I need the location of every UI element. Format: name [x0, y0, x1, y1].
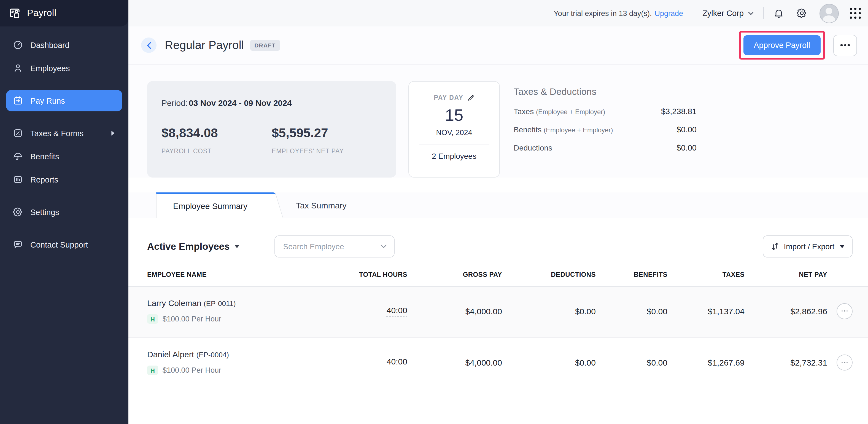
tab-employee-summary[interactable]: Employee Summary — [156, 192, 272, 218]
total-hours-editable[interactable]: 40:00 — [386, 305, 407, 317]
payroll-logo-icon — [8, 7, 22, 20]
payroll-app: Payroll Dashboard Employees — [0, 0, 868, 424]
chevron-down-icon — [380, 244, 387, 249]
benefits-icon — [13, 151, 23, 161]
ellipsis-icon — [841, 310, 843, 312]
caret-down-icon — [235, 245, 239, 248]
employee-filter-dropdown[interactable]: Active Employees — [147, 241, 239, 252]
net-pay-value: $2,732.31 — [745, 358, 827, 367]
org-name: Zylker Corp — [703, 9, 744, 18]
apps-grid-icon[interactable] — [849, 8, 861, 19]
approve-payroll-button[interactable]: Approve Payroll — [743, 35, 820, 55]
pay-period-value: 03 Nov 2024 - 09 Nov 2024 — [189, 98, 292, 108]
sidebar-item-label: Dashboard — [30, 40, 69, 49]
sidebar-item-dashboard[interactable]: Dashboard — [6, 34, 122, 56]
table-row: Larry Coleman (EP-0011) H $100.00 Per Ho… — [128, 287, 868, 338]
settings-gear-icon[interactable] — [796, 8, 807, 19]
pay-runs-icon — [13, 95, 23, 106]
sidebar-item-label: Employees — [30, 64, 70, 72]
net-pay-label: EMPLOYEES' NET PAY — [272, 148, 382, 154]
deductions-value: $0.00 — [677, 143, 696, 152]
trial-expiry-text: Your trial expires in 13 day(s).Upgrade — [554, 9, 683, 18]
topbar: Your trial expires in 13 day(s).Upgrade … — [128, 0, 868, 27]
payroll-cost-label: PAYROLL COST — [161, 148, 272, 154]
taxes-deductions-title: Taxes & Deductions — [514, 87, 696, 98]
app-logo: Payroll — [0, 0, 128, 27]
import-export-button[interactable]: Import / Export — [763, 236, 852, 258]
taxes-forms-icon — [13, 128, 23, 139]
sidebar-item-label: Contact Support — [30, 240, 88, 249]
employee-name-link[interactable]: Daniel Alpert (EP-0004) — [147, 350, 229, 359]
gross-pay-value: $4,000.00 — [407, 306, 502, 316]
deductions-value: $0.00 — [502, 358, 596, 367]
sidebar-item-label: Reports — [30, 175, 58, 184]
status-badge: DRAFT — [250, 40, 280, 51]
sidebar-item-settings[interactable]: Settings — [6, 201, 122, 223]
benefits-value: $0.00 — [596, 306, 668, 316]
upgrade-link[interactable]: Upgrade — [655, 9, 683, 18]
col-employee-name: EMPLOYEE NAME — [147, 271, 324, 278]
net-pay-value: $2,862.96 — [745, 306, 827, 316]
sidebar-item-contact-support[interactable]: Contact Support — [6, 234, 122, 255]
col-deductions: DEDUCTIONS — [502, 271, 596, 278]
sidebar-item-taxes-forms[interactable]: Taxes & Forms — [6, 122, 122, 144]
hourly-badge: H — [147, 366, 158, 375]
settings-icon — [13, 207, 23, 217]
sidebar-item-label: Taxes & Forms — [30, 129, 84, 138]
org-switcher[interactable]: Zylker Corp — [703, 9, 754, 18]
employee-search-select[interactable] — [275, 236, 395, 258]
period-card: Period:03 Nov 2024 - 09 Nov 2024 $8,834.… — [147, 81, 396, 178]
sidebar-item-pay-runs[interactable]: Pay Runs — [6, 90, 122, 111]
divider — [419, 144, 489, 145]
annotation-highlight-box: Approve Payroll — [739, 31, 825, 60]
user-avatar[interactable] — [819, 4, 838, 23]
sidebar-item-employees[interactable]: Employees — [6, 57, 122, 79]
dashboard-icon — [13, 40, 23, 50]
employee-id: (EP-0004) — [196, 351, 229, 359]
topbar-divider — [763, 7, 764, 19]
notifications-bell-icon[interactable] — [773, 8, 784, 19]
net-pay-stat: $5,595.27 EMPLOYEES' NET PAY — [272, 126, 382, 154]
total-hours-editable[interactable]: 40:00 — [386, 357, 407, 368]
pay-period: Period:03 Nov 2024 - 09 Nov 2024 — [161, 98, 382, 108]
row-actions-button[interactable] — [837, 354, 852, 370]
benefits-value: $0.00 — [596, 358, 668, 367]
search-employee-input[interactable] — [282, 242, 367, 251]
taxes-row: Taxes (Employee + Employer) $3,238.81 — [514, 107, 696, 116]
col-gross-pay: GROSS PAY — [407, 271, 502, 278]
page-title: Regular Payroll — [165, 39, 244, 52]
more-options-button[interactable] — [833, 34, 857, 56]
caret-down-icon — [840, 245, 844, 248]
import-export-label: Import / Export — [784, 242, 834, 251]
col-benefits: BENEFITS — [596, 271, 668, 278]
col-taxes: TAXES — [668, 271, 745, 278]
pay-rate: $100.00 Per Hour — [162, 315, 221, 323]
chevron-left-icon — [146, 42, 151, 49]
more-options-icon — [841, 44, 843, 46]
chevron-down-icon — [748, 11, 754, 15]
sidebar-item-reports[interactable]: Reports — [6, 169, 122, 190]
deductions-value: $0.00 — [502, 306, 596, 316]
table-header: EMPLOYEE NAME TOTAL HOURS GROSS PAY DEDU… — [128, 258, 868, 287]
employee-id: (EP-0011) — [204, 299, 236, 308]
gross-pay-value: $4,000.00 — [407, 358, 502, 367]
sidebar: Payroll Dashboard Employees — [0, 0, 128, 424]
sidebar-item-benefits[interactable]: Benefits — [6, 146, 122, 167]
col-total-hours: TOTAL HOURS — [324, 271, 407, 278]
col-net-pay: NET PAY — [745, 271, 827, 278]
tab-tax-summary[interactable]: Tax Summary — [272, 193, 363, 218]
benefits-value: $0.00 — [677, 125, 696, 134]
submenu-chevron-icon — [111, 130, 116, 136]
employees-icon — [13, 63, 23, 73]
employees-count: 2 Employees — [409, 152, 499, 160]
employee-name-link[interactable]: Larry Coleman (EP-0011) — [147, 298, 236, 308]
sidebar-nav: Dashboard Employees Pa — [0, 27, 128, 255]
import-export-icon — [771, 242, 779, 251]
edit-pencil-icon[interactable] — [467, 94, 474, 101]
main-area: Your trial expires in 13 day(s).Upgrade … — [128, 0, 868, 424]
topbar-divider — [692, 7, 693, 19]
back-button[interactable] — [141, 37, 156, 53]
taxes-value: $3,238.81 — [661, 107, 696, 116]
row-actions-button[interactable] — [837, 303, 852, 319]
page-header: Regular Payroll DRAFT Approve Payroll — [128, 27, 868, 64]
